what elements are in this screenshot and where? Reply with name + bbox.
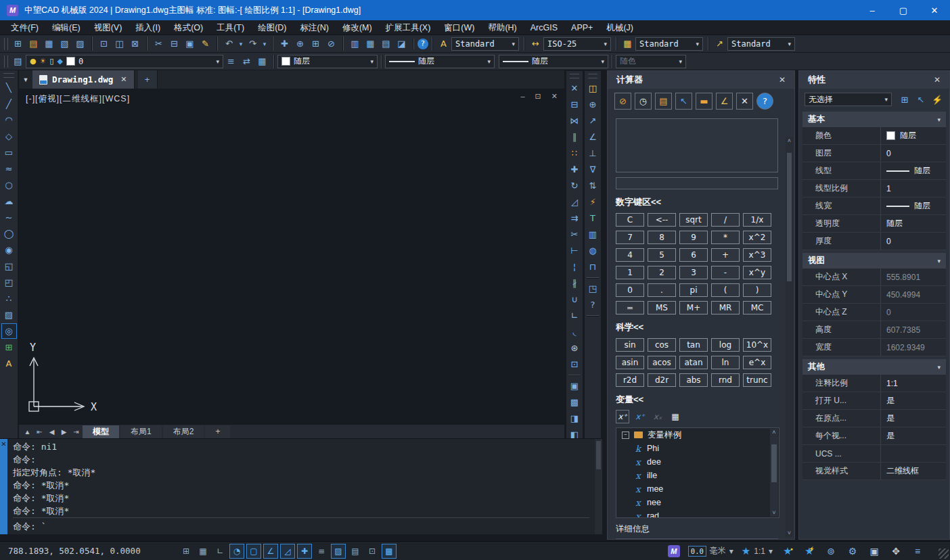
calc-key[interactable]: C bbox=[616, 213, 644, 227]
erase-icon[interactable]: ✕ bbox=[567, 80, 583, 96]
section-header-other[interactable]: 其他 ▾ bbox=[802, 359, 946, 375]
menu-item[interactable]: 绘图(D) bbox=[251, 20, 293, 35]
pickadd-toggle-icon[interactable]: ⊞ bbox=[898, 93, 911, 106]
viewport-controls[interactable]: [-][俯视][二维线框][WCS] bbox=[26, 93, 130, 105]
resize-grip[interactable] bbox=[938, 549, 949, 559]
property-row[interactable]: 厚度 0 bbox=[802, 233, 946, 250]
tab-prev-icon[interactable]: ◀ bbox=[46, 426, 58, 437]
calc-key[interactable]: x^3 bbox=[743, 248, 771, 262]
construction-line-icon[interactable]: ╱ bbox=[1, 96, 17, 112]
calc-key[interactable]: x^y bbox=[743, 266, 771, 279]
calc-key[interactable]: <-- bbox=[648, 213, 676, 227]
help-icon[interactable]: ? bbox=[417, 39, 428, 49]
detail-view-icon[interactable]: ⊕ bbox=[585, 97, 601, 112]
scroll-up-icon[interactable]: ˄ bbox=[788, 137, 791, 145]
match-properties-icon[interactable]: ✎ bbox=[198, 37, 213, 51]
stretch-icon[interactable]: ⇉ bbox=[567, 210, 583, 226]
scale-icon[interactable]: ◿ bbox=[567, 194, 583, 210]
section-header-view[interactable]: 视图 ▾ bbox=[802, 253, 946, 269]
quick-select-icon[interactable]: ⚡ bbox=[930, 93, 944, 106]
new-tab-button[interactable]: + bbox=[138, 70, 158, 89]
calc-key[interactable]: 3 bbox=[679, 266, 708, 279]
keypad-section-header[interactable]: 数字键区<< bbox=[616, 196, 786, 208]
variable-item[interactable]: k Phi bbox=[616, 442, 779, 455]
mech-help-icon[interactable]: ? bbox=[585, 297, 601, 312]
mech-frame-icon[interactable]: ◫ bbox=[585, 80, 601, 96]
ucs-icon[interactable]: Y X bbox=[24, 342, 106, 421]
open-file-icon[interactable]: ▤ bbox=[26, 37, 41, 51]
calc-sci-key[interactable]: atan bbox=[679, 356, 708, 369]
variable-item[interactable]: x mee bbox=[616, 482, 779, 496]
array-icon[interactable]: ∷ bbox=[567, 145, 583, 161]
property-row[interactable]: 视觉样式 二维线框 bbox=[802, 463, 946, 480]
calc-key[interactable]: x^2 bbox=[743, 231, 771, 244]
publish-icon[interactable]: ⊠ bbox=[127, 37, 143, 51]
layer-translate-icon[interactable]: ▦ bbox=[254, 54, 270, 68]
calc-key[interactable]: MC bbox=[743, 301, 771, 314]
object-snap-icon[interactable]: ▢ bbox=[246, 544, 261, 559]
calc-sci-key[interactable]: sin bbox=[616, 338, 644, 352]
quick-properties-icon[interactable]: ▤ bbox=[348, 544, 363, 559]
property-row[interactable]: 中心点 Y 450.4994 bbox=[802, 286, 946, 304]
ortho-mode-icon[interactable]: ∟ bbox=[212, 544, 227, 559]
calc-key[interactable]: sqrt bbox=[679, 213, 708, 227]
mech-construction-icon[interactable]: ∠ bbox=[585, 129, 601, 145]
calc-key[interactable]: ( bbox=[711, 283, 740, 297]
save-as-icon[interactable]: ▧ bbox=[57, 37, 72, 51]
property-row[interactable]: 线型比例 1 bbox=[802, 180, 946, 197]
drawing-canvas[interactable]: [-][俯视][二维线框][WCS] – ⊡ ✕ Y X bbox=[19, 89, 564, 424]
dynamic-input-icon[interactable]: ✚ bbox=[297, 544, 312, 559]
measure-angle-icon[interactable]: ∠ bbox=[716, 93, 733, 110]
pan-icon[interactable]: ✚ bbox=[277, 37, 292, 51]
arc-icon[interactable]: ◠ bbox=[1, 112, 17, 128]
variable-item[interactable]: x ille bbox=[616, 469, 779, 482]
variable-item[interactable]: x dee bbox=[616, 455, 779, 469]
tab-first-icon[interactable]: ⇤ bbox=[34, 426, 45, 437]
doc-close-icon[interactable]: ✕ bbox=[551, 92, 558, 101]
style-dropdown[interactable]: Standard ▾ bbox=[727, 37, 795, 51]
xref-manager-icon[interactable]: ◪ bbox=[394, 37, 409, 51]
calc-key[interactable]: + bbox=[711, 248, 740, 262]
style-dropdown[interactable]: ISO-25 ▾ bbox=[543, 37, 611, 51]
calc-key[interactable]: / bbox=[711, 213, 740, 227]
doc-restore-icon[interactable]: ⊡ bbox=[535, 92, 541, 101]
redo-icon[interactable]: ↷ bbox=[245, 37, 261, 51]
design-center-icon[interactable]: ▦ bbox=[363, 37, 378, 51]
join-icon[interactable]: ∪ bbox=[567, 291, 583, 307]
scroll-up-icon[interactable]: ˄ bbox=[772, 429, 775, 436]
calc-sci-key[interactable]: 10^x bbox=[743, 338, 771, 352]
calc-key[interactable]: MS bbox=[648, 301, 676, 314]
calc-key[interactable]: 7 bbox=[616, 231, 644, 244]
ellipse-icon[interactable]: ◯ bbox=[1, 226, 17, 241]
variables-folder[interactable]: − 变量样例 bbox=[616, 428, 779, 442]
hatch-icon[interactable]: ▨ bbox=[1, 307, 17, 323]
scroll-down-icon[interactable]: ˅ bbox=[772, 509, 775, 517]
menu-item[interactable]: 帮助(H) bbox=[481, 20, 523, 35]
weld-symbol-icon[interactable]: ⚡ bbox=[585, 194, 601, 210]
calc-key[interactable]: M+ bbox=[679, 301, 708, 314]
tab-close-icon[interactable]: ✕ bbox=[120, 75, 127, 84]
circle-icon[interactable]: ○ bbox=[1, 177, 17, 193]
annotation-autoscale-icon[interactable]: ★ ⚡ bbox=[802, 544, 816, 558]
settings-gear-icon[interactable]: ⚙ bbox=[846, 544, 859, 558]
calc-sci-key[interactable]: rnd bbox=[711, 373, 740, 387]
mtext-icon[interactable]: A bbox=[1, 356, 17, 371]
chamfer-icon[interactable]: ∟ bbox=[567, 308, 583, 323]
save-icon[interactable]: ▦ bbox=[41, 37, 57, 51]
variables-section-header[interactable]: 变量<< bbox=[616, 394, 786, 406]
mirror-icon[interactable]: ⋈ bbox=[567, 113, 583, 129]
details-field[interactable] bbox=[616, 538, 778, 540]
calc-key[interactable]: . bbox=[648, 283, 676, 297]
tab-menu-icon[interactable]: ▼ bbox=[19, 70, 32, 89]
paste-icon[interactable]: ▣ bbox=[182, 37, 198, 51]
line-icon[interactable]: ╲ bbox=[1, 80, 17, 95]
layer-states-icon[interactable]: ≡ bbox=[223, 54, 239, 68]
calc-sci-key[interactable]: ln bbox=[711, 356, 740, 369]
calc-key[interactable]: - bbox=[711, 266, 740, 279]
send-to-back-icon[interactable]: ▩ bbox=[567, 394, 583, 410]
property-row[interactable]: UCS ... bbox=[802, 445, 946, 463]
calc-sci-key[interactable]: trunc bbox=[743, 373, 771, 387]
section-header-basic[interactable]: 基本 ▾ bbox=[802, 112, 946, 127]
calc-sci-key[interactable]: acos bbox=[648, 356, 676, 369]
property-row[interactable]: 线型 随层 bbox=[802, 162, 946, 180]
